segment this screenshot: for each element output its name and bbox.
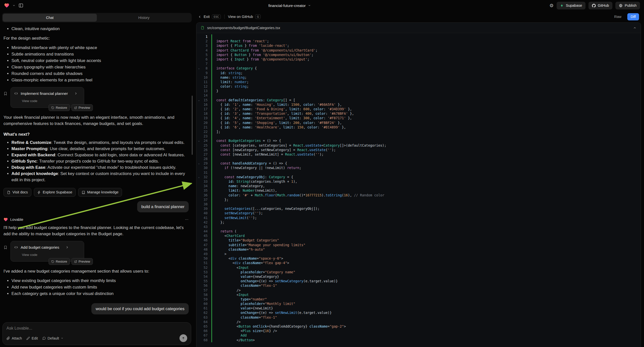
code-line: 1 [196, 34, 641, 39]
line-number: 45 [202, 234, 211, 238]
code-line: 16 { id: '1', name: 'Housing', limit: 15… [196, 102, 641, 107]
code-text: value={newLimit} [211, 306, 641, 310]
chat-message-list: Clean, intuitive navigation For the desi… [0, 24, 194, 320]
scrollbar-thumb[interactable] [192, 96, 193, 155]
code-line: 4import ChartCard from '@/components/ui/… [196, 48, 641, 52]
edit-button[interactable]: Edit [26, 336, 38, 340]
code-text: <Input [211, 265, 641, 270]
list-item: Add project knowledge: Set key context o… [12, 170, 189, 183]
line-number: 46 [202, 238, 211, 242]
design-heading: For the design aesthetic: [4, 35, 189, 41]
line-number: 54 [202, 274, 211, 279]
explore-supabase-button[interactable]: Explore Supabase [34, 188, 76, 197]
code-icon [14, 92, 18, 95]
code-line: 52 <Input [196, 265, 641, 270]
diff-toggle-button[interactable]: Diff [627, 13, 639, 20]
file-header[interactable]: src/components/budget/BudgetCategories.t… [196, 23, 641, 33]
preview-button[interactable]: Preview [72, 258, 93, 265]
code-line: 21 { id: '6', name: 'Healthcare', limit:… [196, 125, 641, 130]
bookmark-icon[interactable] [4, 246, 8, 250]
line-number: 34 [202, 184, 211, 188]
project-menu[interactable]: financial-future-creator [268, 0, 311, 11]
fold-toggle-icon[interactable]: ⌄ [196, 98, 202, 102]
attach-button[interactable]: Attach [6, 336, 22, 340]
visit-docs-button[interactable]: Visit docs [4, 188, 31, 197]
github-button[interactable]: GitHub [588, 2, 612, 10]
code-line: 43 [196, 224, 641, 229]
version-card-add-budget-categories[interactable]: Add budget categories View code Restore … [10, 241, 84, 262]
mode-selector[interactable]: Default [42, 336, 64, 340]
view-on-github-button[interactable]: View on GitHub G [228, 14, 261, 19]
code-text: name: string; [211, 75, 641, 80]
code-line: 41 setNewLimit(''); [196, 216, 641, 220]
code-text [211, 134, 641, 138]
code-line: 11 limit: number; [196, 80, 641, 84]
fold-toggle-icon[interactable]: ⌄ [196, 175, 202, 179]
lovable-logo-heart-icon[interactable] [4, 3, 10, 8]
publish-button[interactable]: Publish [615, 2, 640, 10]
fold-toggle-icon [196, 48, 202, 52]
line-number: 6 [202, 57, 211, 62]
line-number: 37 [202, 198, 211, 202]
line-number: 29 [202, 161, 211, 166]
restore-button[interactable]: Restore [48, 104, 70, 111]
code-line: 59 type="number" [196, 297, 641, 302]
line-number: 64 [202, 320, 211, 324]
fold-toggle-icon [196, 188, 202, 193]
code-text: const BudgetCategories = () => { [211, 138, 641, 143]
view-code-link[interactable]: View code [22, 98, 80, 104]
preview-button[interactable]: Preview [72, 104, 93, 111]
code-line: 26 const [newCategory, setNewCategory] =… [196, 148, 641, 152]
tab-chat[interactable]: Chat [3, 14, 97, 22]
line-number: 43 [202, 224, 211, 229]
sidebar-toggle-icon[interactable] [18, 3, 24, 8]
view-code-link[interactable]: View code [22, 252, 80, 258]
fold-toggle-icon [196, 324, 202, 328]
chat-input[interactable] [6, 326, 187, 330]
manage-knowledge-button[interactable]: Manage knowledge [78, 188, 122, 197]
line-number: 53 [202, 270, 211, 274]
version-card-implement-financial-planner[interactable]: Implement financial planner View code Re… [10, 87, 84, 108]
github-shortcut-badge: G [255, 14, 261, 19]
code-text: className="flex-1" [211, 283, 641, 288]
code-line: 3import { Plus } from 'lucide-react'; [196, 43, 641, 48]
fold-toggle-icon [196, 265, 202, 270]
fold-toggle-icon[interactable]: ⌄ [196, 138, 202, 143]
bookmark-icon[interactable] [4, 92, 8, 96]
code-line: 54 value={newCategory} [196, 274, 641, 279]
fold-toggle-icon [196, 156, 202, 161]
supabase-button[interactable]: Supabase [556, 2, 586, 10]
code-line: 14 [196, 93, 641, 98]
tab-history[interactable]: History [97, 14, 191, 22]
code-viewer[interactable]: 12import React from 'react';3import { Pl… [196, 33, 641, 347]
settings-gear-icon[interactable]: ⚙ [550, 3, 554, 8]
line-number: 31 [202, 170, 211, 175]
divider [224, 14, 224, 19]
code-line: 62 onChange={(e) => setNewLimit(e.target… [196, 310, 641, 315]
document-icon [7, 191, 10, 194]
code-line: 44 return ( [196, 229, 641, 234]
fold-toggle-icon[interactable]: ⌄ [196, 161, 202, 166]
fold-toggle-icon [196, 52, 202, 57]
send-button[interactable] [180, 334, 187, 342]
collapse-chevron-up-icon[interactable] [633, 26, 636, 30]
code-line: 55 onChange={(e) => setNewCategory(e.tar… [196, 279, 641, 283]
code-line: 36 color: '#' + Math.floor(Math.random()… [196, 193, 641, 198]
fold-toggle-icon [196, 120, 202, 125]
more-options-icon[interactable] [185, 218, 189, 222]
line-number: 62 [202, 310, 211, 315]
workspace-chevron-down-icon[interactable] [12, 4, 16, 7]
raw-toggle-button[interactable]: Raw [612, 15, 624, 19]
restore-icon [51, 260, 54, 263]
fold-toggle-icon [196, 315, 202, 320]
fold-toggle-icon [196, 184, 202, 188]
code-line: 63 className="flex-1" [196, 315, 641, 320]
fold-toggle-icon[interactable]: ⌄ [196, 66, 202, 70]
exit-button[interactable]: Exit ESC [198, 14, 221, 19]
fold-toggle-icon [196, 148, 202, 152]
supabase-bolt-icon [560, 4, 564, 8]
design-bullet-list: Minimalist interface with plenty of whit… [4, 44, 189, 83]
code-text: <Input [211, 292, 641, 297]
restore-button[interactable]: Restore [48, 258, 70, 265]
code-text: <ChartCard [211, 234, 641, 238]
